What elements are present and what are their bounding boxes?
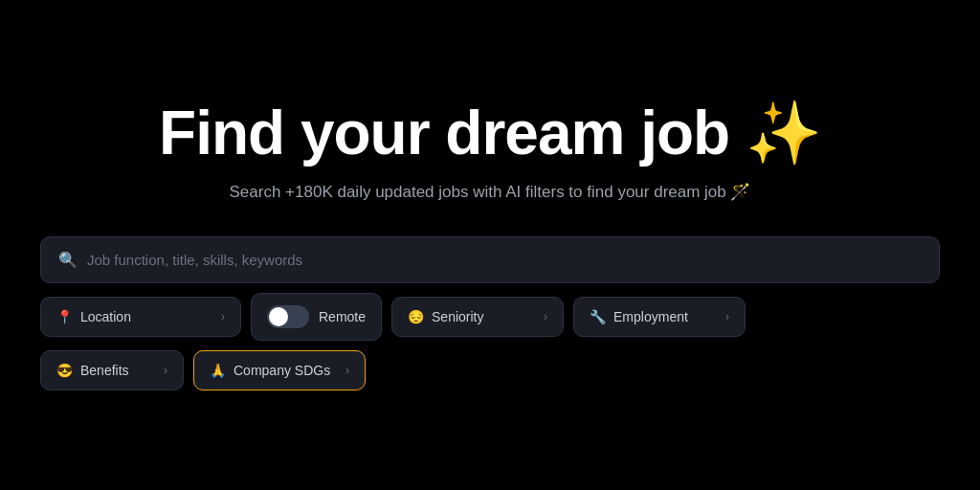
- main-title: Find your dream job ✨: [159, 100, 821, 167]
- location-emoji: 📍: [56, 309, 73, 324]
- employment-emoji: 🔧: [590, 309, 606, 324]
- benefits-filter-button[interactable]: 😎 Benefits ›: [40, 350, 184, 390]
- search-container: 🔍 📍 Location › Remote 😔 Seniority ›: [40, 236, 940, 390]
- filters-row-1: 📍 Location › Remote 😔 Seniority › 🔧 Empl…: [40, 293, 940, 341]
- search-bar: 🔍: [40, 236, 940, 283]
- location-label: Location: [80, 309, 131, 324]
- location-chevron-icon: ›: [221, 310, 225, 323]
- benefits-chevron-icon: ›: [164, 364, 167, 377]
- sdgs-label: Company SDGs: [234, 363, 330, 378]
- remote-label: Remote: [319, 309, 366, 324]
- company-sdgs-filter-button[interactable]: 🙏 Company SDGs ›: [193, 350, 366, 390]
- employment-label: Employment: [613, 309, 688, 324]
- employment-chevron-icon: ›: [725, 310, 729, 323]
- benefits-label: Benefits: [80, 363, 129, 378]
- title-text: Find your dream job: [159, 99, 746, 167]
- toggle-knob: [269, 307, 288, 326]
- seniority-label: Seniority: [432, 309, 483, 324]
- filters-row-2: 😎 Benefits › 🙏 Company SDGs ›: [40, 350, 940, 390]
- search-input[interactable]: [87, 252, 922, 268]
- search-icon: 🔍: [58, 251, 78, 269]
- remote-toggle-switch[interactable]: [267, 305, 309, 328]
- seniority-emoji: 😔: [408, 309, 424, 324]
- seniority-chevron-icon: ›: [544, 310, 547, 323]
- subtitle: Search +180K daily updated jobs with AI …: [230, 182, 751, 202]
- benefits-emoji: 😎: [56, 363, 73, 378]
- title-sparkle: ✨: [746, 99, 821, 167]
- employment-filter-button[interactable]: 🔧 Employment ›: [573, 297, 746, 337]
- remote-toggle[interactable]: Remote: [251, 293, 382, 341]
- sdgs-chevron-icon: ›: [345, 364, 349, 377]
- hero-section: Find your dream job ✨ Search +180K daily…: [0, 100, 980, 390]
- location-filter-button[interactable]: 📍 Location ›: [40, 297, 241, 337]
- sdgs-emoji: 🙏: [210, 363, 226, 378]
- seniority-filter-button[interactable]: 😔 Seniority ›: [391, 297, 564, 337]
